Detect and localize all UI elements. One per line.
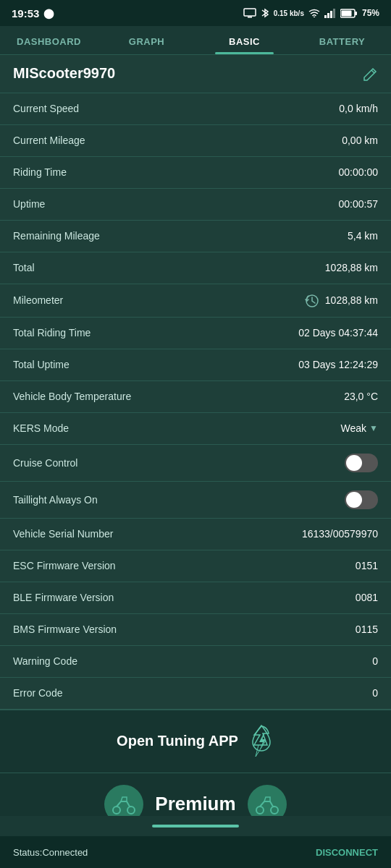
svg-point-12 — [127, 807, 135, 814]
row-current-speed: Current Speed 0,0 km/h — [0, 93, 391, 125]
signal-icon — [324, 8, 336, 18]
row-total: Total 1028,88 km — [0, 252, 391, 284]
label-kers-mode: KERS Mode — [13, 422, 341, 434]
value-uptime: 00:00:57 — [339, 198, 379, 210]
value-total: 1028,88 km — [325, 262, 378, 273]
row-taillight: Taillight Always On — [0, 482, 391, 519]
label-mileometer: Mileometer — [13, 294, 305, 306]
row-total-uptime: Total Uptime 03 Days 12:24:29 — [0, 349, 391, 381]
row-warning-code: Warning Code 0 — [0, 646, 391, 678]
svg-point-14 — [271, 807, 278, 814]
value-current-mileage: 0,00 km — [342, 135, 378, 146]
row-current-mileage: Current Mileage 0,00 km — [0, 125, 391, 157]
tab-dashboard[interactable]: DASHBOARD — [0, 26, 98, 54]
network-speed: 0.15 kb/s — [274, 9, 304, 17]
edit-icon[interactable] — [362, 65, 378, 82]
label-current-mileage: Current Mileage — [13, 135, 342, 146]
dot-icon: ⬤ — [43, 8, 54, 19]
value-total-uptime: 03 Days 12:24:29 — [298, 359, 378, 370]
home-indicator — [0, 816, 391, 836]
value-total-riding-time: 02 Days 04:37:44 — [298, 327, 378, 339]
connection-status: Status:Connected — [13, 847, 88, 858]
row-riding-time: Riding Time 00:00:00 — [0, 157, 391, 189]
label-warning-code: Warning Code — [13, 655, 372, 667]
svg-rect-8 — [355, 12, 357, 15]
label-body-temperature: Vehicle Body Temperature — [13, 391, 344, 402]
row-error-code: Error Code 0 — [0, 678, 391, 710]
value-body-temperature: 23,0 °C — [344, 391, 378, 402]
toggle-knob-taillight — [346, 492, 362, 508]
label-bms-firmware: BMS Firmware Version — [13, 624, 356, 635]
screen-icon — [243, 8, 256, 18]
device-name: MIScooter9970 — [13, 65, 115, 82]
tab-graph[interactable]: GRAPH — [98, 26, 196, 54]
status-time: 19:53 — [12, 7, 39, 20]
status-right: 0.15 kb/s 75% — [243, 7, 379, 19]
svg-rect-4 — [327, 13, 329, 18]
row-total-riding-time: Total Riding Time 02 Days 04:37:44 — [0, 318, 391, 349]
wifi-icon — [308, 9, 320, 17]
value-error-code: 0 — [372, 687, 378, 699]
svg-rect-0 — [244, 9, 256, 16]
taillight-toggle[interactable] — [345, 490, 378, 509]
kers-dropdown[interactable]: Weak ▼ — [341, 422, 378, 434]
cruise-control-toggle[interactable] — [345, 454, 378, 472]
row-mileometer: Mileometer 1028,88 km — [0, 284, 391, 318]
svg-rect-9 — [341, 10, 351, 16]
tab-basic[interactable]: BASIC — [196, 26, 293, 54]
label-cruise-control: Cruise Control — [13, 457, 345, 469]
label-total-riding-time: Total Riding Time — [13, 327, 298, 339]
tab-bar: DASHBOARD GRAPH BASIC BATTERY — [0, 26, 391, 55]
bottom-bar: Status:Connected DISCONNECT — [0, 836, 391, 868]
label-riding-time: Riding Time — [13, 166, 339, 178]
tuning-label: Open Tuning APP — [117, 733, 238, 749]
tuning-section[interactable]: Open Tuning APP — [0, 710, 391, 773]
label-remaining-mileage: Remaining Mileage — [13, 230, 348, 242]
row-body-temperature: Vehicle Body Temperature 23,0 °C — [0, 381, 391, 413]
label-error-code: Error Code — [13, 687, 372, 699]
tab-battery[interactable]: BATTERY — [293, 26, 391, 54]
mileometer-value: 1028,88 km — [325, 294, 378, 306]
device-header: MIScooter9970 — [0, 55, 391, 93]
label-total-uptime: Total Uptime — [13, 359, 298, 370]
disconnect-button[interactable]: DISCONNECT — [316, 847, 378, 858]
label-total: Total — [13, 262, 325, 273]
svg-point-11 — [113, 807, 120, 814]
row-remaining-mileage: Remaining Mileage 5,4 km — [0, 221, 391, 252]
history-icon[interactable] — [305, 293, 319, 308]
row-esc-firmware: ESC Firmware Version 0151 — [0, 550, 391, 582]
value-mileometer: 1028,88 km — [305, 293, 378, 308]
svg-rect-3 — [324, 15, 327, 18]
bolt-icon — [248, 725, 274, 758]
battery-percent: 75% — [362, 8, 379, 18]
data-section: Current Speed 0,0 km/h Current Mileage 0… — [0, 93, 391, 710]
status-left: 19:53 ⬤ — [12, 7, 54, 20]
value-bms-firmware: 0115 — [356, 624, 378, 635]
label-serial-number: Vehicle Serial Number — [13, 528, 302, 540]
row-kers-mode: KERS Mode Weak ▼ — [0, 413, 391, 445]
value-remaining-mileage: 5,4 km — [348, 230, 378, 242]
label-taillight: Taillight Always On — [13, 494, 345, 506]
value-ble-firmware: 0081 — [356, 592, 378, 603]
home-bar — [152, 825, 239, 827]
bluetooth-icon — [261, 7, 269, 19]
toggle-knob-cruise — [346, 455, 362, 471]
value-warning-code: 0 — [372, 655, 378, 667]
premium-label: Premium — [155, 793, 235, 815]
value-serial-number: 16133/00579970 — [302, 528, 378, 540]
label-ble-firmware: BLE Firmware Version — [13, 592, 356, 603]
chevron-down-icon: ▼ — [369, 423, 378, 433]
svg-point-13 — [256, 807, 264, 814]
svg-point-2 — [314, 17, 315, 17]
status-bar: 19:53 ⬤ 0.15 kb/s — [0, 0, 391, 26]
row-uptime: Uptime 00:00:57 — [0, 189, 391, 221]
battery-icon — [340, 9, 358, 18]
value-current-speed: 0,0 km/h — [339, 103, 378, 114]
row-cruise-control: Cruise Control — [0, 445, 391, 482]
label-uptime: Uptime — [13, 198, 339, 210]
value-riding-time: 00:00:00 — [339, 166, 379, 178]
label-esc-firmware: ESC Firmware Version — [13, 560, 356, 571]
row-serial-number: Vehicle Serial Number 16133/00579970 — [0, 519, 391, 550]
svg-rect-5 — [330, 11, 332, 18]
kers-value: Weak — [341, 422, 367, 434]
